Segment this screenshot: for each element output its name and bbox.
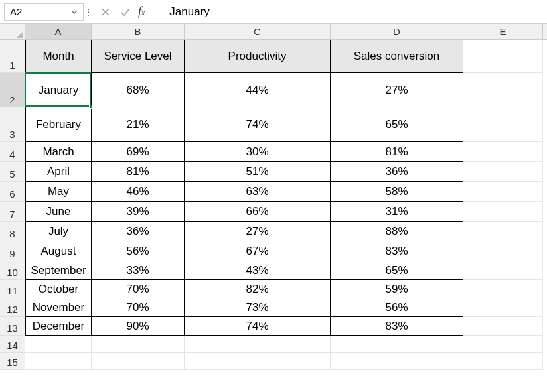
row-header[interactable]: 4: [0, 142, 25, 162]
cell-C6[interactable]: 63%: [185, 182, 331, 202]
cell-A13[interactable]: December: [25, 317, 92, 336]
cell-A7[interactable]: June: [25, 202, 92, 222]
cell-E9[interactable]: [463, 241, 543, 261]
cell-A15[interactable]: [25, 353, 92, 370]
cell-D15[interactable]: [331, 353, 463, 370]
cell-B2[interactable]: 68%: [92, 73, 185, 107]
name-box[interactable]: A2: [4, 3, 84, 21]
cell-B10[interactable]: 33%: [92, 261, 185, 280]
row-header[interactable]: 9: [0, 241, 25, 261]
cell-D11[interactable]: 59%: [331, 280, 463, 298]
cell-B14[interactable]: [92, 336, 185, 353]
cell-B8[interactable]: 36%: [92, 222, 185, 241]
cell-C2[interactable]: 44%: [185, 73, 331, 107]
row-header[interactable]: 12: [0, 298, 25, 317]
cell-D2[interactable]: 27%: [331, 73, 463, 107]
cell-A12[interactable]: November: [25, 298, 92, 317]
fill-handle[interactable]: [89, 105, 93, 109]
cell-E1[interactable]: [463, 40, 543, 73]
fx-icon[interactable]: fx: [138, 5, 145, 19]
cell-A4[interactable]: March: [25, 142, 92, 162]
cell-C5[interactable]: 51%: [185, 162, 331, 182]
cell-A1[interactable]: Month: [25, 40, 92, 73]
cell-C3[interactable]: 74%: [185, 107, 331, 142]
cell-E7[interactable]: [463, 202, 543, 222]
cancel-icon[interactable]: [98, 5, 113, 19]
cell-D4[interactable]: 81%: [331, 142, 463, 162]
row-header[interactable]: 15: [0, 353, 25, 370]
cell-C12[interactable]: 73%: [185, 298, 331, 317]
cell-E13[interactable]: [463, 317, 543, 336]
cell-D10[interactable]: 65%: [331, 261, 463, 280]
cell-C1[interactable]: Productivity: [185, 40, 331, 73]
cell-C7[interactable]: 66%: [185, 202, 331, 222]
row-header[interactable]: 8: [0, 222, 25, 241]
cell-A9[interactable]: August: [25, 241, 92, 261]
cell-C10[interactable]: 43%: [185, 261, 331, 280]
cell-A5[interactable]: April: [25, 162, 92, 182]
cell-A3[interactable]: February: [25, 107, 92, 142]
col-header-E[interactable]: E: [463, 24, 543, 39]
cell-D5[interactable]: 36%: [331, 162, 463, 182]
cell-E8[interactable]: [463, 222, 543, 241]
cell-C8[interactable]: 27%: [185, 222, 331, 241]
cell-B15[interactable]: [92, 353, 185, 370]
cell-C13[interactable]: 74%: [185, 317, 331, 336]
col-header-B[interactable]: B: [92, 24, 185, 39]
row-header[interactable]: 13: [0, 317, 25, 336]
cell-B9[interactable]: 56%: [92, 241, 185, 261]
cell-A6[interactable]: May: [25, 182, 92, 202]
row-header[interactable]: 7: [0, 202, 25, 222]
cell-E4[interactable]: [463, 142, 543, 162]
cell-D9[interactable]: 83%: [331, 241, 463, 261]
cell-E5[interactable]: [463, 162, 543, 182]
cell-B7[interactable]: 39%: [92, 202, 185, 222]
cell-E12[interactable]: [463, 298, 543, 317]
cell-E2[interactable]: [463, 73, 543, 107]
cell-B5[interactable]: 81%: [92, 162, 185, 182]
cell-E11[interactable]: [463, 280, 543, 298]
cell-A2[interactable]: January: [25, 73, 92, 107]
cell-A14[interactable]: [25, 336, 92, 353]
cell-A8[interactable]: July: [25, 222, 92, 241]
chevron-down-icon[interactable]: [71, 9, 78, 15]
row-header[interactable]: 10: [0, 261, 25, 280]
enter-icon[interactable]: [118, 5, 133, 19]
row-header[interactable]: 11: [0, 280, 25, 298]
cell-E14[interactable]: [463, 336, 543, 353]
cell-E3[interactable]: [463, 107, 543, 142]
cell-A10[interactable]: September: [25, 261, 92, 280]
cell-E15[interactable]: [463, 353, 543, 370]
cell-D1[interactable]: Sales conversion: [331, 40, 463, 73]
cell-B3[interactable]: 21%: [92, 107, 185, 142]
cell-B12[interactable]: 70%: [92, 298, 185, 317]
row-header[interactable]: 3: [0, 107, 25, 142]
cell-B11[interactable]: 70%: [92, 280, 185, 298]
cell-D7[interactable]: 31%: [331, 202, 463, 222]
vertical-dots-icon[interactable]: ⋮: [84, 7, 92, 17]
cell-C11[interactable]: 82%: [185, 280, 331, 298]
row-header[interactable]: 5: [0, 162, 25, 182]
formula-input[interactable]: [164, 3, 547, 21]
cell-C15[interactable]: [185, 353, 331, 370]
cell-D6[interactable]: 58%: [331, 182, 463, 202]
cell-C14[interactable]: [185, 336, 331, 353]
cell-B1[interactable]: Service Level: [92, 40, 185, 73]
col-header-D[interactable]: D: [331, 24, 463, 39]
cell-E6[interactable]: [463, 182, 543, 202]
row-header[interactable]: 6: [0, 182, 25, 202]
col-header-A[interactable]: A: [25, 24, 92, 39]
cell-C9[interactable]: 67%: [185, 241, 331, 261]
cell-D13[interactable]: 83%: [331, 317, 463, 336]
row-header[interactable]: 2: [0, 73, 25, 107]
cell-B13[interactable]: 90%: [92, 317, 185, 336]
col-header-C[interactable]: C: [185, 24, 331, 39]
row-header[interactable]: 1: [0, 40, 25, 73]
cell-B4[interactable]: 69%: [92, 142, 185, 162]
cell-D8[interactable]: 88%: [331, 222, 463, 241]
cell-E10[interactable]: [463, 261, 543, 280]
cell-B6[interactable]: 46%: [92, 182, 185, 202]
select-all-corner[interactable]: [0, 24, 25, 39]
cell-A11[interactable]: October: [25, 280, 92, 298]
cell-D12[interactable]: 56%: [331, 298, 463, 317]
